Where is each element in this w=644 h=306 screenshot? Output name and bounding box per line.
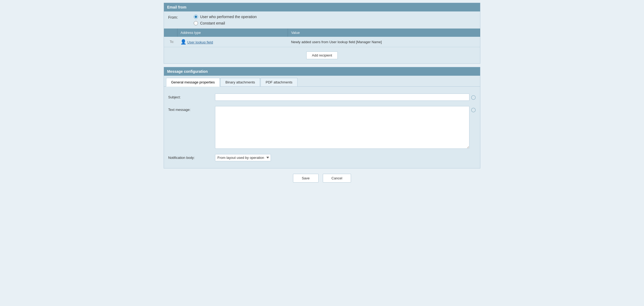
col-value: Value [288, 29, 480, 37]
tab-pdf[interactable]: PDF attachments [261, 78, 297, 86]
value-cell: Newly added users from User lookup field… [288, 37, 480, 47]
from-label: From: [168, 15, 189, 19]
notification-body-label: Notification body: [168, 154, 211, 160]
to-label-cell: To: [164, 37, 177, 47]
cancel-button[interactable]: Cancel [323, 174, 351, 183]
recipients-table: Address type Value To: 👤 User lookup fie… [164, 29, 480, 47]
subject-variables-button[interactable]: ◯ [471, 94, 476, 100]
tab-general[interactable]: General message properties [166, 78, 220, 87]
notification-body-control-wrapper: From layout used by operation [215, 154, 476, 161]
radio-group: User who performed the operation Constan… [194, 15, 257, 25]
to-label: To: [170, 40, 174, 44]
subject-label: Subject: [168, 94, 211, 99]
message-config-section: Message configuration General message pr… [164, 67, 480, 168]
radio-user-performed-label: User who performed the operation [200, 15, 257, 19]
tab-binary-label: Binary attachments [225, 80, 255, 84]
radio-constant-email-label: Constant email [200, 21, 225, 25]
notification-body-select[interactable]: From layout used by operation [215, 154, 271, 161]
radio-user-performed-input[interactable] [194, 15, 198, 19]
col-address-type: Address type [177, 29, 288, 37]
tab-pdf-label: PDF attachments [266, 80, 292, 84]
text-message-control-wrapper: ◯ [215, 106, 476, 149]
user-lookup-icon: 👤 [180, 39, 186, 45]
message-config-title: Message configuration [167, 69, 208, 74]
table-row: To: 👤 User lookup field Newly added user… [164, 37, 480, 47]
address-type-link[interactable]: User lookup field [187, 40, 213, 44]
subject-input[interactable] [215, 94, 469, 101]
add-recipient-row: Add recipient [164, 47, 480, 63]
from-row: From: User who performed the operation C… [164, 11, 480, 29]
email-from-title: Email from [167, 5, 186, 9]
table-header-row: Address type Value [164, 29, 480, 37]
text-message-row: Text message: ◯ [168, 103, 476, 151]
page-wrapper: Email from From: User who performed the … [161, 0, 483, 191]
col-empty [164, 29, 177, 37]
notification-body-row: Notification body: From layout used by o… [168, 151, 476, 164]
text-message-input[interactable] [215, 106, 469, 149]
radio-user-performed[interactable]: User who performed the operation [194, 15, 257, 19]
email-from-header: Email from [164, 3, 480, 11]
message-config-header: Message configuration [164, 67, 480, 76]
add-recipient-button[interactable]: Add recipient [306, 51, 338, 59]
radio-constant-email[interactable]: Constant email [194, 21, 257, 25]
text-message-variables-button[interactable]: ◯ [471, 106, 476, 112]
footer-buttons: Save Cancel [164, 168, 480, 188]
tab-general-label: General message properties [171, 80, 215, 84]
address-type-cell: 👤 User lookup field [177, 37, 288, 47]
email-from-section: Email from From: User who performed the … [164, 3, 480, 64]
save-button[interactable]: Save [293, 174, 319, 183]
tab-content: Subject: ◯ Text message: ◯ Notification … [164, 87, 480, 168]
tab-binary[interactable]: Binary attachments [220, 78, 260, 86]
subject-row: Subject: ◯ [168, 91, 476, 103]
tabs-container: General message properties Binary attach… [164, 76, 480, 87]
radio-constant-email-input[interactable] [194, 21, 198, 25]
text-message-label: Text message: [168, 106, 211, 112]
subject-control-wrapper: ◯ [215, 94, 476, 101]
